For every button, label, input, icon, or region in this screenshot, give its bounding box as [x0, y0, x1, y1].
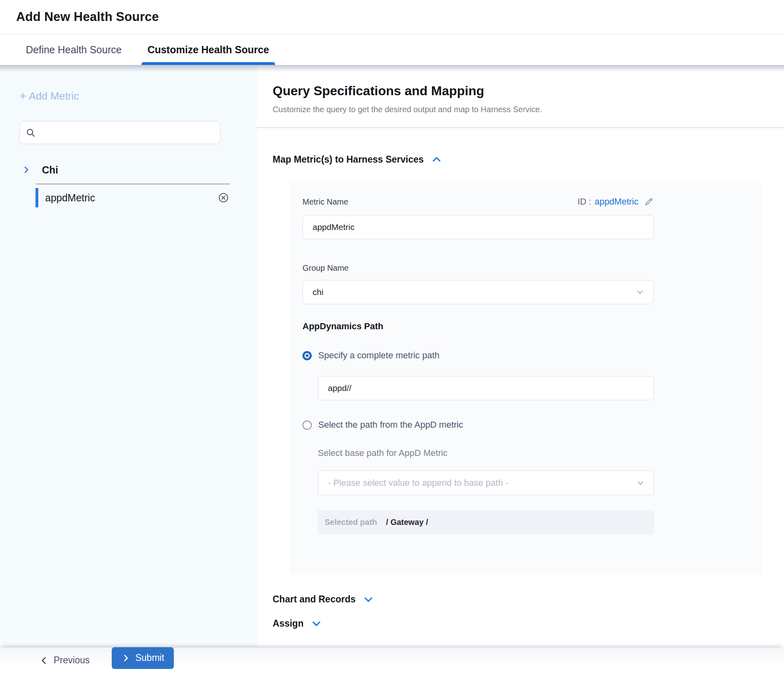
radio-complete-metric-path[interactable]: Specify a complete metric path [302, 350, 440, 361]
metric-group-chi[interactable]: Chi [19, 160, 257, 180]
wizard-footer: Previous Submit [0, 648, 784, 673]
base-path-placeholder: - Please select value to append to base … [328, 478, 509, 488]
complete-metric-path-input[interactable] [318, 376, 654, 400]
chevron-down-icon [636, 479, 645, 487]
dialog-header: Add New Health Source [0, 0, 784, 34]
metric-search-input[interactable] [41, 127, 215, 138]
assign-section-toggle[interactable]: Assign [273, 618, 322, 629]
radio-unselected-icon [302, 420, 312, 430]
chevron-down-icon [363, 594, 374, 605]
metric-name-input[interactable] [302, 215, 654, 239]
add-metric-label: Add Metric [29, 90, 79, 102]
map-metrics-section-toggle[interactable]: Map Metric(s) to Harness Services [273, 154, 442, 165]
chart-and-records-title: Chart and Records [273, 594, 356, 605]
map-metrics-section-title: Map Metric(s) to Harness Services [273, 154, 424, 165]
metric-name-label: Metric Name [302, 197, 348, 207]
tab-define-health-source[interactable]: Define Health Source [20, 34, 128, 65]
appdynamics-path-heading: AppDynamics Path [302, 321, 654, 332]
section-subtitle: Customize the query to get the desired o… [273, 105, 784, 114]
metric-mapping-card: Metric Name ID : appdMetric Group Nam [289, 181, 762, 575]
chevron-right-icon [121, 654, 130, 663]
previous-button[interactable]: Previous [39, 655, 90, 666]
chevron-down-icon [311, 618, 322, 629]
metric-search-box [19, 121, 221, 144]
metric-tree: Chi appdMetric [19, 160, 257, 210]
selected-path-box: Selected path / Gateway / [318, 510, 654, 534]
metric-item-appdmetric[interactable]: appdMetric [35, 185, 230, 210]
metric-group-label: Chi [42, 164, 58, 176]
plus-icon: + [19, 90, 27, 102]
metric-id-group: ID : appdMetric [578, 196, 654, 207]
selected-path-label: Selected path [325, 518, 377, 527]
id-value-link[interactable]: appdMetric [594, 196, 638, 207]
tree-divider [35, 184, 230, 184]
assign-title: Assign [273, 618, 304, 629]
chevron-down-icon [636, 288, 644, 297]
chart-and-records-section-toggle[interactable]: Chart and Records [273, 594, 374, 605]
section-divider [257, 127, 784, 128]
remove-metric-icon[interactable] [218, 192, 229, 203]
group-name-select[interactable]: chi [302, 280, 654, 304]
submit-label: Submit [135, 652, 164, 663]
tab-bar: Define Health Source Customize Health So… [0, 34, 784, 65]
metric-item-label: appdMetric [45, 192, 95, 204]
radio-selected-icon [302, 351, 312, 360]
tab-customize-label: Customize Health Source [148, 44, 269, 56]
radio-select-appd-path[interactable]: Select the path from the AppD metric [302, 420, 463, 430]
search-icon [25, 127, 36, 138]
section-title: Query Specifications and Mapping [273, 84, 784, 98]
submit-button[interactable]: Submit [112, 647, 174, 669]
metrics-sidebar: + Add Metric Chi appdMetric [0, 65, 257, 648]
tab-customize-health-source[interactable]: Customize Health Source [142, 34, 275, 65]
radio-complete-label: Specify a complete metric path [318, 350, 440, 361]
chevron-left-icon [39, 656, 49, 665]
edit-id-icon[interactable] [644, 197, 654, 207]
chevron-right-icon [22, 165, 31, 174]
selected-path-value: / Gateway / [386, 518, 428, 527]
group-name-value: chi [313, 287, 323, 297]
query-spec-panel: Query Specifications and Mapping Customi… [257, 65, 784, 648]
radio-select-label: Select the path from the AppD metric [318, 420, 463, 430]
previous-label: Previous [54, 655, 90, 666]
content-area: + Add Metric Chi appdMetric [0, 65, 784, 648]
chevron-up-icon [431, 154, 442, 165]
id-label: ID : [578, 196, 591, 207]
selected-indicator-bar [35, 188, 38, 207]
base-path-select[interactable]: - Please select value to append to base … [318, 470, 654, 495]
base-path-label: Select base path for AppD Metric [318, 448, 654, 458]
group-name-label: Group Name [302, 263, 654, 273]
page-title: Add New Health Source [16, 10, 784, 24]
tab-define-label: Define Health Source [26, 44, 122, 56]
add-metric-button[interactable]: + Add Metric [19, 90, 79, 102]
